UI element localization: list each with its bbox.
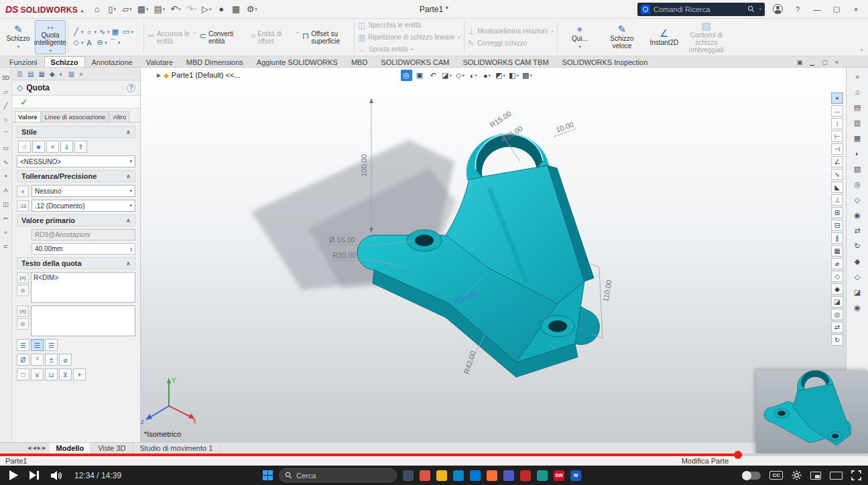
select-arrow-icon[interactable]: ▷▾: [200, 2, 214, 17]
tolerance-dropdown[interactable]: Nessuno ▾: [32, 185, 135, 197]
taskbar-firefox-icon[interactable]: [487, 470, 497, 481]
countersink-symbol-button[interactable]: ∨: [31, 368, 44, 380]
dim-height[interactable]: 100.00: [360, 154, 368, 177]
command-search-input[interactable]: Comandi Ricerca ▾: [637, 3, 765, 16]
taskbar-tool-icon[interactable]: [537, 470, 548, 481]
pan-icon[interactable]: ⇄: [851, 224, 864, 236]
options-grid-icon[interactable]: ▦: [230, 2, 243, 17]
view-orientation-icon[interactable]: ◇▾: [454, 70, 466, 81]
previous-tab-icon[interactable]: ◀: [32, 445, 36, 451]
configuration-manager-icon[interactable]: ▦: [38, 70, 44, 78]
command-tab[interactable]: Aggiunte SOLIDWORKS: [250, 56, 345, 67]
taskbar-search-input[interactable]: Cerca: [279, 468, 397, 482]
grid-snap-icon[interactable]: ▦: [831, 245, 843, 257]
open-document-icon[interactable]: ▱▾: [120, 2, 134, 17]
more-symbols-button[interactable]: +: [73, 368, 86, 380]
taskbar-solidworks-icon[interactable]: SW: [554, 470, 564, 481]
plane-tool-icon[interactable]: ▱: [1, 87, 11, 96]
close-window-button[interactable]: ×: [849, 5, 863, 13]
collapse-chevron-icon[interactable]: ∧: [126, 217, 131, 224]
model-tab[interactable]: Modello: [50, 443, 92, 454]
ordinate-dimension-icon[interactable]: ⊣: [831, 143, 843, 155]
ribbon-collapse-icon[interactable]: ⌃: [859, 48, 864, 55]
counterbore-symbol-button[interactable]: ⊔: [45, 368, 58, 380]
dimension-symbol-icon[interactable]: ◎: [17, 318, 29, 330]
panel-tab[interactable]: Valore: [15, 111, 41, 122]
float-document-icon[interactable]: ▣: [797, 59, 803, 66]
command-tab[interactable]: Annotazione: [85, 56, 139, 67]
taskbar-teams-icon[interactable]: [503, 470, 514, 481]
text-tool-icon[interactable]: A: [85, 38, 95, 48]
depth-symbol-button[interactable]: ⊻: [59, 368, 72, 380]
tolerance-type-icon[interactable]: ±: [17, 186, 29, 197]
display-style-icon[interactable]: ◐▾: [468, 70, 479, 81]
point-tool-icon[interactable]: •: [1, 171, 11, 181]
search-icon[interactable]: [747, 5, 755, 13]
convert-entities-button[interactable]: ⊂ Converti entità: [199, 30, 247, 45]
sketch-button[interactable]: ✎ Schizzo ▾: [3, 20, 34, 54]
undo-icon[interactable]: ↶▾: [168, 2, 182, 17]
dimension-text-input[interactable]: R<DIM>: [31, 272, 135, 303]
save-icon[interactable]: ▦▾: [135, 2, 151, 17]
zoom-area-icon[interactable]: ▣: [414, 70, 426, 81]
dropdown-caret-icon[interactable]: ▾: [129, 203, 132, 208]
taskbar-recorder-icon[interactable]: [520, 470, 531, 481]
mirror-entities-button[interactable]: ◫ Specchia le entità: [358, 21, 460, 30]
trim-entities-button[interactable]: ✂ Accorcia le entità ▾: [147, 30, 196, 45]
next-tab-icon[interactable]: ▶: [38, 445, 41, 451]
part-tree-label[interactable]: Parte1 (Default) <<...: [172, 71, 241, 79]
circle-tool-icon[interactable]: ○: [1, 115, 11, 125]
section-icon[interactable]: ◪: [851, 286, 864, 298]
dim-110[interactable]: 110.00: [601, 279, 613, 302]
move-entities-button[interactable]: ↔ Sposta entità ▾: [358, 45, 460, 54]
video-progress-bar[interactable]: [0, 454, 868, 456]
expand-tabs-icon[interactable]: »: [79, 70, 83, 78]
solidworks-forum-icon[interactable]: ◎: [851, 178, 864, 190]
line-tool-icon[interactable]: ╱: [1, 101, 11, 111]
panel-tab[interactable]: Linee di associazione: [42, 111, 109, 122]
taskbar-edge-icon[interactable]: [453, 470, 464, 481]
delete-style-icon[interactable]: ×: [46, 141, 59, 153]
convert-tool-icon[interactable]: ⊂: [1, 242, 11, 251]
diameter-symbol-button[interactable]: Ø: [17, 354, 29, 366]
smart-dimension-button[interactable]: ↔ Quota intelligente ▾: [35, 20, 66, 54]
degree-symbol-button[interactable]: °: [31, 354, 44, 366]
panel-tab[interactable]: Altro: [109, 111, 129, 122]
auto-relations-icon[interactable]: ⊟: [831, 220, 843, 231]
settings-gear-icon[interactable]: ⚙▾: [245, 2, 259, 17]
first-tab-icon[interactable]: ◀: [27, 445, 31, 451]
spline-tool-icon[interactable]: ∿▾: [98, 27, 110, 37]
propertymanager-icon[interactable]: ▤: [27, 70, 34, 78]
trim-tool-icon[interactable]: ✂: [1, 214, 11, 223]
offset-tool-icon[interactable]: ≈: [1, 228, 11, 237]
shaded-style-icon[interactable]: ◆: [831, 283, 843, 295]
theater-mode-icon[interactable]: [830, 472, 843, 480]
featuremanager-tree-icon[interactable]: ☰: [17, 70, 23, 78]
rectangle-tool-icon[interactable]: ▭: [1, 143, 11, 153]
angle-dimension-icon[interactable]: ∠: [831, 156, 843, 167]
measure-tool-icon[interactable]: ⌀: [831, 258, 843, 269]
add-update-style-icon[interactable]: ★: [32, 141, 45, 153]
smart-dimension-caret-icon[interactable]: ▾: [50, 47, 52, 54]
horizontal-dimension-icon[interactable]: ↔: [831, 105, 843, 117]
zoom-tool-icon[interactable]: ◎: [831, 309, 843, 320]
miniplayer-icon[interactable]: [810, 472, 821, 480]
taskbar-store-icon[interactable]: [470, 470, 481, 481]
dimension-value-variable-icon[interactable]: (x): [17, 272, 29, 283]
rotate-icon[interactable]: ↻: [851, 240, 864, 252]
solidworks-resources-icon[interactable]: ⌂: [851, 86, 864, 98]
apply-scene-icon[interactable]: ◧▾: [508, 70, 519, 81]
next-button[interactable]: [29, 471, 40, 480]
chamfer-dimension-icon[interactable]: ◣: [831, 182, 843, 193]
section-view-icon[interactable]: ◪▾: [441, 70, 452, 81]
dim-10[interactable]: 10.00: [555, 120, 575, 134]
rotate-view-icon[interactable]: ↻: [831, 334, 843, 346]
slot-tool-icon[interactable]: ⊖▾: [96, 38, 108, 48]
collapse-task-pane-icon[interactable]: «: [851, 70, 864, 82]
view-settings-icon[interactable]: ▩▾: [521, 70, 533, 81]
rapid-sketch-button[interactable]: ✎ Schizzo veloce: [602, 20, 642, 54]
shaded-icon[interactable]: ◆: [851, 255, 864, 267]
path-length-dimension-icon[interactable]: ∿: [831, 169, 843, 180]
redo-icon[interactable]: ↷▾: [184, 2, 198, 17]
load-style-icon[interactable]: ⇑: [74, 141, 87, 153]
